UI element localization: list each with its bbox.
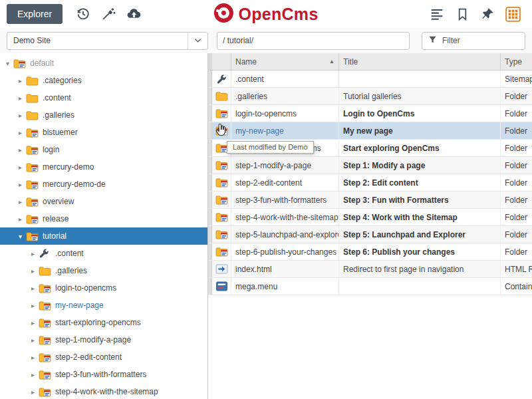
expand-arrow-icon[interactable]: ▸	[28, 371, 38, 378]
table-row-.galleries[interactable]: .galleriesTutorial galleriesFolder	[208, 88, 532, 105]
path-input[interactable]	[217, 32, 410, 50]
resource-name[interactable]: step-1-modify-a-page	[231, 157, 338, 174]
history-icon[interactable]	[72, 3, 94, 25]
tree-item-step-4-work-with-the-sitemap[interactable]: ▸step-4-work-with-the-sitemap	[0, 383, 207, 399]
table-row-.content[interactable]: .contentSitemap	[208, 70, 532, 88]
content-folder-icon	[212, 174, 231, 191]
expand-arrow-icon[interactable]: ▸	[15, 215, 25, 223]
table-row-step-3-fun-with-formatters[interactable]: step-3-fun-with-formattersStep 3: Fun wi…	[208, 192, 532, 209]
tree-item-default[interactable]: ▾default	[0, 55, 207, 72]
table-row-mega.menu[interactable]: mega.menuContainer	[208, 278, 532, 295]
resource-name[interactable]: step-4-work-with-the-sitemap	[231, 209, 338, 225]
tree-item-label: .content	[43, 93, 71, 102]
table-row-step-1-modify-a-page[interactable]: step-1-modify-a-pageStep 1: Modify a pag…	[208, 157, 532, 174]
expand-arrow-icon[interactable]: ▸	[15, 198, 25, 205]
tree-item-step-1-modify-a-page[interactable]: ▸step-1-modify-a-page	[0, 331, 207, 348]
menu-lines-icon[interactable]	[426, 3, 448, 25]
column-header-title[interactable]: Title	[338, 53, 500, 70]
header-left-icons	[70, 3, 146, 25]
collapse-arrow-icon[interactable]: ▾	[3, 60, 13, 67]
tree-item-.categories[interactable]: ▸.categories	[0, 72, 207, 89]
opencms-logo: OpenCms	[213, 3, 318, 25]
resource-name[interactable]: .content	[231, 70, 338, 87]
expand-arrow-icon[interactable]: ▸	[28, 354, 38, 361]
resource-type: HTML Redirect	[500, 261, 532, 277]
tree-item-bistuemer[interactable]: ▸bistuemer	[0, 124, 207, 141]
main-area: ▾default▸.categories▸.content▸.galleries…	[0, 53, 532, 399]
expand-arrow-icon[interactable]: ▸	[28, 302, 38, 309]
table-row-step-5-launchpad-and-explorer[interactable]: step-5-launchpad-and-explorerStep 5: Lau…	[208, 226, 532, 243]
filter-input[interactable]	[441, 35, 525, 46]
tree-item-.galleries[interactable]: ▸.galleries	[0, 262, 207, 279]
resource-type: Folder	[500, 157, 532, 174]
resource-name[interactable]: step-5-launchpad-and-explorer	[231, 226, 338, 243]
filter-funnel-icon	[428, 35, 437, 46]
expand-arrow-icon[interactable]: ▸	[15, 94, 25, 102]
resource-type: Folder	[500, 105, 532, 122]
redirect-icon	[212, 261, 231, 277]
tree-item-start-exploring-opencms[interactable]: ▸start-exploring-opencms	[0, 314, 207, 331]
table-row-step-6-publish-your-changes[interactable]: step-6-publish-your-changesStep 6: Publi…	[208, 243, 532, 261]
resource-name[interactable]: .galleries	[231, 88, 338, 104]
expand-arrow-icon[interactable]: ▸	[28, 388, 38, 396]
wand-icon[interactable]	[98, 3, 119, 25]
resource-name[interactable]: index.html	[231, 261, 338, 277]
tree-item-login-to-opencms[interactable]: ▸login-to-opencms	[0, 279, 207, 297]
pin-icon[interactable]	[477, 3, 498, 25]
column-header-type[interactable]: Type	[500, 53, 532, 70]
app-launcher-grid-icon[interactable]	[502, 3, 523, 25]
expand-arrow-icon[interactable]: ▸	[15, 77, 25, 84]
tree-item-tutorial[interactable]: ▾tutorial	[0, 227, 207, 245]
expand-arrow-icon[interactable]: ▸	[28, 250, 38, 257]
column-header-name[interactable]: Name ▲	[231, 53, 338, 70]
table-row-my-new-page[interactable]: my-new-pageMy new pageFolder	[208, 122, 532, 140]
tooltip: Last modified by Demo	[227, 141, 314, 154]
expand-arrow-icon[interactable]: ▸	[15, 164, 25, 171]
expand-arrow-icon[interactable]: ▸	[28, 319, 38, 327]
tree-item-mercury-demo[interactable]: ▸mercury-demo	[0, 158, 207, 176]
content-folder-icon	[39, 387, 52, 397]
site-selector[interactable]: Demo Site	[7, 32, 208, 50]
chevron-down-icon[interactable]	[188, 33, 207, 49]
tree-item-step-2-edit-content[interactable]: ▸step-2-edit-content	[0, 348, 207, 366]
tree-item-release[interactable]: ▸release	[0, 210, 207, 227]
tree-item-overview[interactable]: ▸overview	[0, 193, 207, 210]
collapse-arrow-icon[interactable]: ▾	[15, 233, 25, 240]
tree-item-login[interactable]: ▸login	[0, 141, 207, 158]
tree-item-my-new-page[interactable]: ▸my-new-page	[0, 297, 207, 314]
expand-arrow-icon[interactable]: ▸	[28, 267, 38, 275]
resource-type: Folder	[500, 192, 532, 208]
tree-item-step-3-fun-with-formatters[interactable]: ▸step-3-fun-with-formatters	[0, 366, 207, 383]
resource-name[interactable]: login-to-opencms	[231, 105, 338, 122]
upload-cloud-icon[interactable]	[123, 3, 144, 25]
expand-arrow-icon[interactable]: ▸	[28, 336, 38, 344]
resource-title: Step 6: Publish your changes	[338, 243, 500, 260]
filter-box[interactable]	[422, 32, 525, 50]
resource-name[interactable]: step-2-edit-content	[231, 174, 338, 191]
content-folder-icon	[39, 352, 52, 362]
table-row-index.html[interactable]: index.htmlRedirect to first page in navi…	[208, 261, 532, 278]
content-folder-icon	[212, 243, 231, 260]
tree-item-label: .content	[55, 249, 84, 258]
expand-arrow-icon[interactable]: ▸	[15, 146, 25, 154]
table-row-login-to-opencms[interactable]: login-to-opencmsLogin to OpenCmsFolder	[208, 105, 532, 122]
expand-arrow-icon[interactable]: ▸	[28, 285, 38, 292]
resource-name[interactable]: step-6-publish-your-changes	[231, 243, 338, 260]
tree-item-.galleries[interactable]: ▸.galleries	[0, 106, 207, 124]
resource-name[interactable]: mega.menu	[231, 278, 338, 295]
expand-arrow-icon[interactable]: ▸	[15, 181, 25, 188]
explorer-button[interactable]: Explorer	[7, 4, 63, 24]
resource-name[interactable]: my-new-page	[231, 122, 338, 139]
tree-item-label: start-exploring-opencms	[55, 318, 141, 327]
expand-arrow-icon[interactable]: ▸	[15, 129, 25, 136]
bookmark-icon[interactable]	[452, 3, 473, 25]
resource-name[interactable]: step-3-fun-with-formatters	[231, 192, 338, 208]
resource-type: Folder	[500, 122, 532, 139]
tree-item-.content[interactable]: ▸.content	[0, 89, 207, 106]
table-row-step-2-edit-content[interactable]: step-2-edit-contentStep 2: Edit contentF…	[208, 174, 532, 192]
icon-column-header	[212, 53, 231, 70]
expand-arrow-icon[interactable]: ▸	[15, 112, 25, 119]
table-row-step-4-work-with-the-sitemap[interactable]: step-4-work-with-the-sitemapStep 4: Work…	[208, 209, 532, 226]
tree-item-mercury-demo-de[interactable]: ▸mercury-demo-de	[0, 176, 207, 193]
tree-item-.content[interactable]: ▸.content	[0, 245, 207, 262]
